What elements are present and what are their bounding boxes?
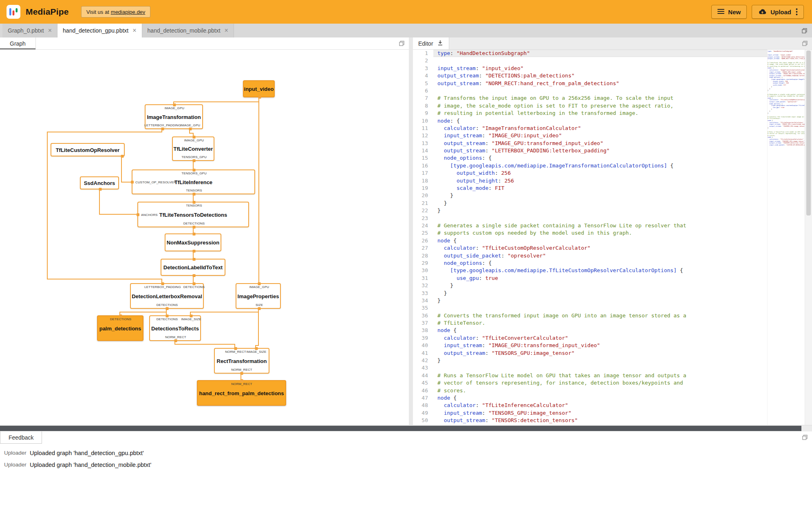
code-line[interactable]: input_stream: "input_video" <box>433 65 767 72</box>
code-row: 10node: { <box>413 117 767 125</box>
code-line[interactable]: node_options: { <box>433 260 767 267</box>
tab-close-icon[interactable]: × <box>48 27 52 34</box>
code-line[interactable]: node_options: { <box>433 154 767 162</box>
app-header: MediaPipe Visit us at mediapipe.dev New … <box>0 0 812 24</box>
graph-node-DetectionLabelIdToText[interactable]: DetectionLabelIdToText <box>161 259 225 276</box>
code-line[interactable]: [type.googleapis.com/mediapipe.TfLiteCus… <box>433 267 767 274</box>
code-line[interactable]: output_stream: "DETECTIONS:palm_detectio… <box>433 72 767 79</box>
code-line[interactable]: } <box>433 200 767 207</box>
code-line[interactable]: calculator: "ImageTransformationCalculat… <box>433 125 767 132</box>
code-line[interactable]: } <box>433 282 767 289</box>
code-line[interactable]: } <box>433 357 767 364</box>
feedback-source: Uploader <box>4 450 30 456</box>
code-line[interactable]: calculator: "TfLiteInferenceCalculator" <box>433 402 767 409</box>
code-line[interactable]: output_stream: "TENSORS:detection_tensor… <box>433 417 767 424</box>
code-line[interactable]: [type.googleapis.com/mediapipe.ImageTran… <box>433 162 767 169</box>
new-button[interactable]: New <box>711 5 747 19</box>
code-line[interactable] <box>433 304 767 312</box>
code-line[interactable] <box>433 364 767 372</box>
code-line[interactable]: # Runs a TensorFlow Lite model on GPU th… <box>433 372 767 379</box>
kebab-menu-icon[interactable] <box>796 8 798 15</box>
popout-icon[interactable] <box>802 28 807 33</box>
popout-icon[interactable] <box>802 435 808 440</box>
code-line[interactable] <box>433 87 767 95</box>
code-line[interactable]: # scores. <box>433 387 767 394</box>
graph-node-palm_detections[interactable]: palm_detectionsDETECTIONS <box>97 315 143 341</box>
code-line[interactable]: # image, the scale_mode option is set to… <box>433 102 767 110</box>
code-line[interactable]: input_stream: "IMAGE_GPU:input_video" <box>433 132 767 139</box>
code-line[interactable]: input_stream: "IMAGE_GPU:transformed_inp… <box>433 342 767 349</box>
code-line[interactable]: node { <box>433 237 767 244</box>
graph-node-SsdAnchors[interactable]: SsdAnchors <box>80 176 119 189</box>
code-row: 46# scores. <box>413 387 767 394</box>
code-line[interactable]: output_width: 256 <box>433 169 767 177</box>
scrollbar-thumb[interactable] <box>0 426 801 431</box>
code-line[interactable]: # TfLiteTensor. <box>433 319 767 327</box>
code-line[interactable]: # Transforms the input image on GPU to a… <box>433 95 767 102</box>
code-line[interactable]: node { <box>433 394 767 402</box>
code-line[interactable] <box>433 215 767 222</box>
tab-graph[interactable]: Graph <box>0 37 36 49</box>
code-line[interactable]: } <box>433 297 767 304</box>
graph-node-hand_rect_from_palm_detections[interactable]: hand_rect_from_palm_detectionsNORM_RECT <box>197 380 286 406</box>
tab-close-icon[interactable]: × <box>132 27 136 34</box>
code-line[interactable]: node: { <box>433 117 767 125</box>
code-line[interactable]: use_gpu: true <box>433 275 767 282</box>
tab-editor[interactable]: Editor <box>413 37 449 49</box>
graph-node-input_video[interactable]: input_video <box>243 80 275 97</box>
port-label: DETECTIONS <box>183 285 205 289</box>
line-number: 11 <box>413 125 433 132</box>
code-line[interactable]: # resulting in potential letterboxing in… <box>433 110 767 117</box>
code-line[interactable]: output_stream: "LETTERBOX_PADDING:letter… <box>433 147 767 154</box>
code-line[interactable]: scale_mode: FIT <box>433 185 767 192</box>
editor-vertical-scrollbar[interactable] <box>805 50 812 425</box>
graph-node-TfLiteInference[interactable]: TfLiteInferenceTENSORS_GPUTENSORSCUSTOM_… <box>132 169 255 194</box>
popout-icon[interactable] <box>399 41 404 46</box>
graph-node-ImageTransformation[interactable]: ImageTransformationIMAGE_GPULETTERBOX_PA… <box>145 104 203 129</box>
code-line[interactable]: output_stream: "TENSORS_GPU:image_tensor… <box>433 350 767 357</box>
file-tab-hand_detection_gpu.pbtxt[interactable]: hand_detection_gpu.pbtxt× <box>57 24 142 37</box>
code-line[interactable]: output_height: 256 <box>433 177 767 185</box>
download-icon[interactable] <box>437 40 444 47</box>
upload-button[interactable]: Upload <box>752 5 804 19</box>
code-line[interactable]: calculator: "TfLiteCustomOpResolverCalcu… <box>433 244 767 252</box>
graph-node-DetectionsToRects[interactable]: DetectionsToRectsDETECTIONSIMAGE_SIZENOR… <box>149 315 201 341</box>
graph-node-RectTransformation[interactable]: RectTransformationNORM_RECTIMAGE_SIZENOR… <box>214 348 269 374</box>
line-number: 36 <box>413 312 433 319</box>
code-line[interactable]: node { <box>433 327 767 334</box>
code-line[interactable]: # Generates a single side packet contain… <box>433 222 767 229</box>
graph-node-ImageProperties[interactable]: ImagePropertiesIMAGE_GPUSIZE <box>236 283 281 309</box>
code-line[interactable] <box>433 57 767 64</box>
code-line[interactable]: type: "HandDetectionSubgraph" <box>433 50 767 57</box>
code-line[interactable]: # vector of tensors representing, for in… <box>433 379 767 387</box>
editor-minimap[interactable]: type: "HandDetectionSubgraph"input_strea… <box>767 50 805 425</box>
graph-node-TfLiteTensorsToDetections[interactable]: TfLiteTensorsToDetectionsTENSORSDETECTIO… <box>137 202 249 227</box>
code-line[interactable]: output_stream: "NORM_RECT:hand_rect_from… <box>433 80 767 87</box>
graph-port <box>258 96 261 99</box>
code-line[interactable]: output_side_packet: "opresolver" <box>433 252 767 260</box>
tab-close-icon[interactable]: × <box>225 27 228 34</box>
graph-node-NonMaxSuppression[interactable]: NonMaxSuppression <box>165 233 221 251</box>
code-lines[interactable]: 1type: "HandDetectionSubgraph"23input_st… <box>413 50 767 425</box>
graph-port <box>258 282 261 285</box>
graph-canvas[interactable]: input_videoImageTransformationIMAGE_GPUL… <box>0 50 409 425</box>
scrollbar-thumb[interactable] <box>806 51 811 216</box>
tab-feedback[interactable]: Feedback <box>0 431 42 444</box>
horizontal-scrollbar[interactable] <box>0 425 812 431</box>
graph-node-DetectionLetterboxRemoval[interactable]: DetectionLetterboxRemovalLETTERBOX_PADDI… <box>130 283 204 309</box>
file-tab-hand_detection_mobile.pbtxt[interactable]: hand_detection_mobile.pbtxt× <box>142 24 234 37</box>
code-line[interactable]: # supports custom ops needed by the mode… <box>433 229 767 237</box>
code-editor[interactable]: 1type: "HandDetectionSubgraph"23input_st… <box>413 50 812 425</box>
graph-node-TfLiteConverter[interactable]: TfLiteConverterIMAGE_GPUTENSORS_GPU <box>172 136 214 161</box>
code-line[interactable]: # Converts the transformed input image o… <box>433 312 767 319</box>
mediapipe-dev-link[interactable]: mediapipe.dev <box>111 9 146 15</box>
code-line[interactable]: calculator: "TfLiteConverterCalculator" <box>433 334 767 342</box>
code-line[interactable]: output_stream: "IMAGE_GPU:transformed_in… <box>433 140 767 147</box>
code-line[interactable]: } <box>433 207 767 214</box>
file-tab-Graph_0.pbtxt[interactable]: Graph_0.pbtxt× <box>2 24 57 37</box>
code-line[interactable]: input_stream: "TENSORS_GPU:image_tensor" <box>433 409 767 417</box>
popout-icon[interactable] <box>802 41 808 46</box>
code-line[interactable]: } <box>433 192 767 199</box>
code-line[interactable]: } <box>433 290 767 297</box>
graph-node-TfLiteCustomOpResolver[interactable]: TfLiteCustomOpResolver <box>51 143 125 156</box>
